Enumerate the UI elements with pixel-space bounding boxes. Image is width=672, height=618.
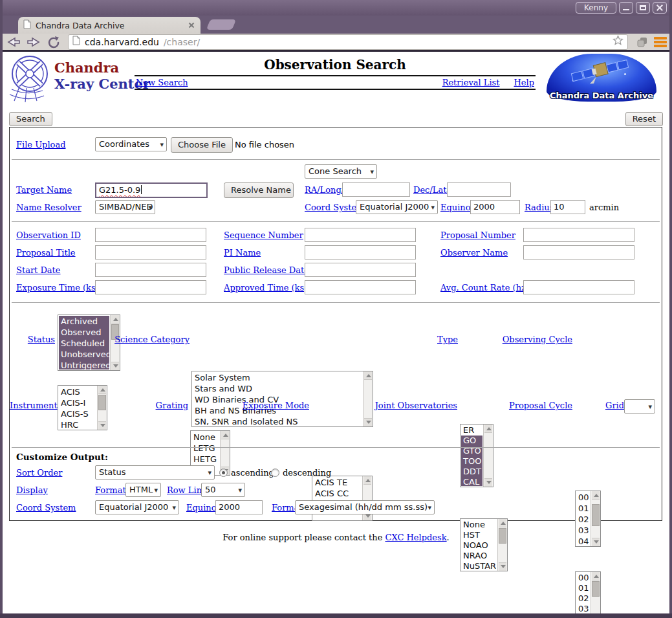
grating-link[interactable]: Grating [74,401,188,410]
name-resolver-select[interactable]: SIMBAD/NED [95,200,155,214]
file-upload-link[interactable]: File Upload [16,137,66,153]
grid-link[interactable]: Grid [605,401,624,410]
scrollbar[interactable] [591,572,600,618]
ascending-radio[interactable] [219,469,228,477]
avg-count-rate-input[interactable] [523,280,634,294]
back-button[interactable] [5,35,22,49]
public-release-date-input[interactable] [305,263,416,277]
pages-icon[interactable] [634,35,651,49]
list-option-nustar[interactable]: NuSTAR [461,561,497,570]
output-coord-system-select[interactable]: Equatorial J2000 [95,500,179,514]
reload-button[interactable] [45,35,62,49]
dec-input[interactable] [447,182,511,197]
resolve-name-button[interactable]: Resolve Name [224,182,294,198]
search-shape-select[interactable]: Cone Search [305,164,377,179]
approved-time-input[interactable] [305,280,416,294]
proposal-title-link[interactable]: Proposal Title [16,245,76,261]
descending-radio[interactable] [271,469,279,477]
output-coord-system-link[interactable]: Coord System [16,500,76,516]
list-option-hrc[interactable]: HRC [59,419,96,429]
observation-id-input[interactable] [95,228,206,242]
browser-tab[interactable]: Chandra Data Archive [18,17,201,34]
status-link[interactable]: Status [10,335,55,344]
list-option-03[interactable]: 03 [576,604,590,614]
start-date-input[interactable] [95,263,206,277]
close-button[interactable] [653,2,667,14]
minimize-button[interactable] [619,2,633,14]
instrument-link[interactable]: Instrument [10,401,55,410]
equinox-input[interactable]: 2000 [470,200,520,214]
observing-cycle-link[interactable]: Observing Cycle [462,335,572,344]
exposure-time-link[interactable]: Exposure Time (ks) [16,280,99,296]
pi-name-input[interactable] [305,245,416,259]
list-option-01[interactable]: 01 [576,583,590,593]
choose-file-button[interactable]: Choose File [171,137,233,153]
cxc-helpdesk-link[interactable]: CXC Helpdesk [385,533,446,542]
file-upload-type-select[interactable]: Coordinates [95,137,167,151]
bookmark-star-icon[interactable] [612,35,623,49]
new-tab-button[interactable] [206,19,236,30]
list-option-hetg[interactable]: HETG [191,454,219,465]
search-button[interactable]: Search [9,112,52,126]
window-user-label[interactable]: Kenny [576,2,616,14]
proposal-cycle-link[interactable]: Proposal Cycle [462,401,572,410]
science-category-link[interactable]: Science Category [74,335,190,344]
maximize-button[interactable] [636,2,650,14]
target-name-link[interactable]: Target Name [16,182,72,198]
start-date-link[interactable]: Start Date [16,263,61,278]
list-option-02[interactable]: 02 [576,593,590,604]
radius-link[interactable]: Radius [525,200,554,215]
list-option-letg[interactable]: LETG [191,443,219,454]
display-link[interactable]: Display [16,483,48,498]
sort-order-link[interactable]: Sort Order [16,465,62,481]
output-format-select[interactable]: Sexagesimal (hh/dd mm ss.ss) [295,500,435,514]
list-option-nrao[interactable]: NRAO [461,551,497,561]
ra-link[interactable]: RA/Long/l [305,182,347,198]
public-release-date-link[interactable]: Public Release Date [224,263,309,278]
exposure-mode-link[interactable]: Exposure Mode [204,401,309,410]
list-option-unobserved[interactable]: Unobserved [59,349,109,360]
list-option-none[interactable]: None [461,520,497,530]
help-link[interactable]: Help [514,78,534,87]
list-option-none[interactable]: None [191,432,219,443]
type-link[interactable]: Type [398,335,458,344]
reset-button[interactable]: Reset [625,112,663,126]
pi-name-link[interactable]: PI Name [224,245,261,261]
sequence-number-input[interactable] [305,228,416,242]
name-resolver-link[interactable]: Name Resolver [16,200,81,215]
retrieval-list-link[interactable]: Retrieval List [442,78,500,87]
display-format-link[interactable]: Format [95,483,126,498]
list-option-solar-system[interactable]: Solar System [193,372,362,383]
proposal-number-input[interactable] [523,228,634,242]
list-option-archived[interactable]: Archived [59,316,109,327]
joint-observatories-listbox[interactable]: NoneHSTNOAONRAONuSTAR [460,518,508,571]
list-option-go[interactable]: GO [461,436,482,446]
output-equinox-input[interactable]: 2000 [215,500,263,514]
forward-button[interactable] [25,35,42,49]
target-name-input[interactable]: G21.5-0.9 [95,182,208,198]
display-format-select[interactable]: HTML [125,483,161,497]
proposal-number-link[interactable]: Proposal Number [440,228,515,243]
proposal-title-input[interactable] [95,245,206,259]
observation-id-link[interactable]: Observation ID [16,228,81,243]
proposal-cycle-listbox[interactable]: 0001020304 [575,571,601,618]
row-limit-select[interactable]: 50 [201,483,245,497]
observer-name-link[interactable]: Observer Name [440,245,508,261]
radius-input[interactable]: 10 [550,200,585,214]
joint-observatories-link[interactable]: Joint Observatories [346,401,457,410]
ra-input[interactable] [342,182,410,197]
scrollbar[interactable] [497,519,507,571]
coord-system-select[interactable]: Equatorial J2000 [356,200,438,214]
list-option-00[interactable]: 00 [576,573,590,583]
list-option-untriggered[interactable]: Untriggered [59,360,109,370]
sort-order-select[interactable]: Status [95,465,215,480]
new-search-link[interactable]: New Search [136,78,188,87]
avg-count-rate-link[interactable]: Avg. Count Rate (hz) [440,280,529,296]
tab-close-icon[interactable] [188,21,195,29]
observer-name-input[interactable] [523,245,634,259]
list-option-acis[interactable]: ACIS [59,386,96,397]
sequence-number-link[interactable]: Sequence Number [224,228,303,243]
menu-icon[interactable] [654,37,667,47]
url-bar[interactable]: cda.harvard.edu /chaser/ [68,34,628,50]
approved-time-link[interactable]: Approved Time (ks) [224,280,307,296]
